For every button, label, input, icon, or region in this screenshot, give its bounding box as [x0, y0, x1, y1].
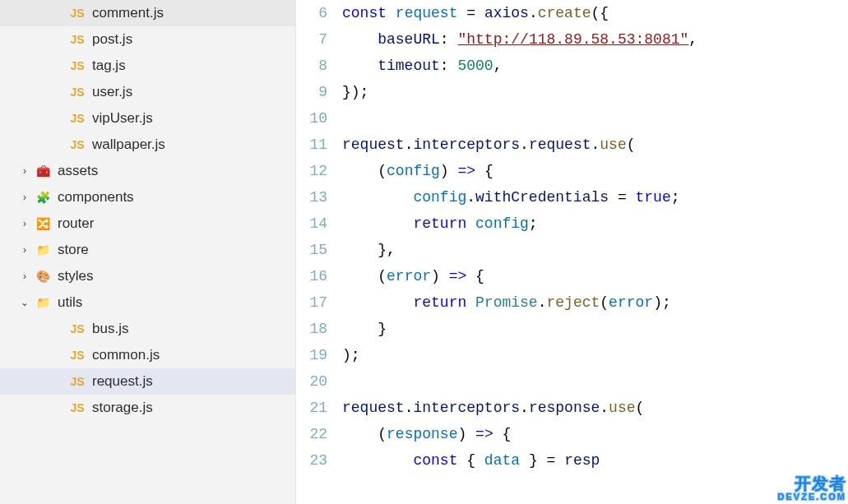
line-number: 13 — [296, 184, 327, 210]
code-line[interactable]: request.interceptors.request.use( — [342, 132, 848, 158]
file-wallpaper-js[interactable]: JSwallpaper.js — [0, 132, 295, 158]
token-punct: }, — [378, 242, 396, 258]
token-default — [457, 5, 466, 21]
token-default — [494, 426, 503, 442]
code-line[interactable] — [342, 368, 848, 395]
file-post-js[interactable]: JSpost.js — [0, 26, 295, 53]
line-number: 23 — [296, 447, 327, 474]
code-line[interactable]: config.withCredentials = true; — [342, 184, 848, 210]
file-vipUser-js[interactable]: JSvipUser.js — [0, 105, 295, 132]
code-line[interactable]: const request = axios.create({ — [342, 0, 848, 26]
line-number: 14 — [296, 210, 327, 237]
folder-styles[interactable]: ›🎨styles — [0, 263, 295, 289]
token-default — [342, 58, 378, 74]
token-default — [449, 58, 458, 74]
file-common-js[interactable]: JScommon.js — [0, 342, 295, 368]
js-file-icon: JS — [69, 136, 86, 153]
line-number: 8 — [296, 53, 327, 79]
code-line[interactable]: const { data } = resp — [342, 447, 848, 474]
chevron-right-icon[interactable]: › — [18, 270, 31, 282]
token-punct: ( — [600, 294, 609, 311]
token-kw: => — [457, 163, 475, 179]
line-number-gutter: 67891011121314151617181920212223 — [296, 0, 342, 504]
code-line[interactable]: }, — [342, 237, 848, 263]
line-number: 16 — [296, 263, 327, 289]
code-line[interactable]: return config; — [342, 210, 848, 237]
code-line[interactable]: (config) => { — [342, 158, 848, 184]
token-default — [440, 268, 449, 284]
code-line[interactable]: (error) => { — [342, 263, 848, 289]
token-punct: ({ — [591, 5, 609, 21]
token-punct: ( — [378, 268, 387, 284]
code-line[interactable]: return Promise.reject(error); — [342, 289, 848, 316]
folder-router[interactable]: ›🔀router — [0, 210, 295, 237]
file-explorer[interactable]: JScomment.jsJSpost.jsJStag.jsJSuser.jsJS… — [0, 0, 296, 504]
token-punct: . — [520, 136, 529, 153]
token-default — [457, 452, 466, 469]
js-file-icon: JS — [69, 373, 86, 390]
code-content[interactable]: const request = axios.create({ baseURL: … — [342, 0, 848, 504]
token-punct: ; — [671, 189, 680, 206]
js-file-icon: JS — [69, 31, 86, 48]
chevron-down-icon[interactable]: ⌄ — [18, 297, 31, 308]
folder-icon: 🔀 — [35, 215, 51, 232]
token-default — [627, 189, 636, 206]
file-tag-js[interactable]: JStag.js — [0, 53, 295, 79]
token-punct: : — [440, 58, 449, 74]
code-line[interactable]: request.interceptors.response.use( — [342, 395, 848, 421]
line-number: 15 — [296, 237, 327, 263]
token-punct: }); — [342, 84, 368, 100]
folder-utils[interactable]: ⌄📁utils — [0, 289, 295, 316]
token-punct: { — [475, 268, 484, 284]
token-prop: withCredentials — [475, 189, 609, 206]
chevron-right-icon[interactable]: › — [18, 165, 31, 177]
tree-item-label: components — [58, 189, 295, 206]
code-line[interactable]: (response) => { — [342, 421, 848, 447]
token-default — [475, 5, 484, 21]
token-punct: { — [466, 452, 484, 469]
token-punct: . — [405, 136, 414, 153]
file-user-js[interactable]: JSuser.js — [0, 79, 295, 105]
code-line[interactable]: timeout: 5000, — [342, 53, 848, 79]
file-storage-js[interactable]: JSstorage.js — [0, 395, 295, 421]
chevron-right-icon[interactable]: › — [18, 218, 31, 229]
token-default — [449, 163, 458, 179]
code-line[interactable]: ); — [342, 342, 848, 368]
folder-store[interactable]: ›📁store — [0, 237, 295, 263]
token-prop: interceptors — [413, 136, 520, 153]
tree-item-label: storage.js — [92, 400, 295, 416]
token-punct: = — [466, 5, 475, 21]
token-punct: ( — [636, 400, 645, 416]
folder-icon: 📁 — [35, 242, 51, 258]
code-line[interactable]: } — [342, 316, 848, 342]
token-punct: ) — [440, 163, 449, 179]
code-line[interactable]: baseURL: "http://118.89.58.53:8081", — [342, 26, 848, 53]
tree-item-label: assets — [58, 163, 295, 179]
token-default — [555, 452, 564, 469]
folder-components[interactable]: ›🧩components — [0, 184, 295, 210]
line-number: 10 — [296, 105, 327, 132]
file-request-js[interactable]: JSrequest.js — [0, 368, 295, 395]
js-file-icon: JS — [69, 5, 86, 21]
code-line[interactable] — [342, 105, 848, 132]
folder-assets[interactable]: ›🧰assets — [0, 158, 295, 184]
token-default — [538, 452, 547, 469]
tree-item-label: vipUser.js — [92, 110, 295, 127]
token-default — [466, 215, 475, 232]
token-var: response — [387, 426, 457, 442]
code-line[interactable]: }); — [342, 79, 848, 105]
token-punct: ); — [342, 347, 360, 363]
js-file-icon: JS — [69, 110, 86, 127]
token-prop: request — [342, 400, 405, 416]
chevron-right-icon[interactable]: › — [18, 244, 31, 256]
token-punct: ( — [627, 136, 636, 153]
code-editor[interactable]: 67891011121314151617181920212223 const r… — [296, 0, 848, 504]
token-var: config — [413, 189, 466, 206]
token-punct: = — [618, 189, 627, 206]
folder-icon: 🧰 — [35, 163, 51, 179]
file-comment-js[interactable]: JScomment.js — [0, 0, 295, 26]
file-bus-js[interactable]: JSbus.js — [0, 316, 295, 342]
token-punct: } — [378, 321, 387, 337]
token-default — [466, 426, 475, 442]
chevron-right-icon[interactable]: › — [18, 192, 31, 203]
